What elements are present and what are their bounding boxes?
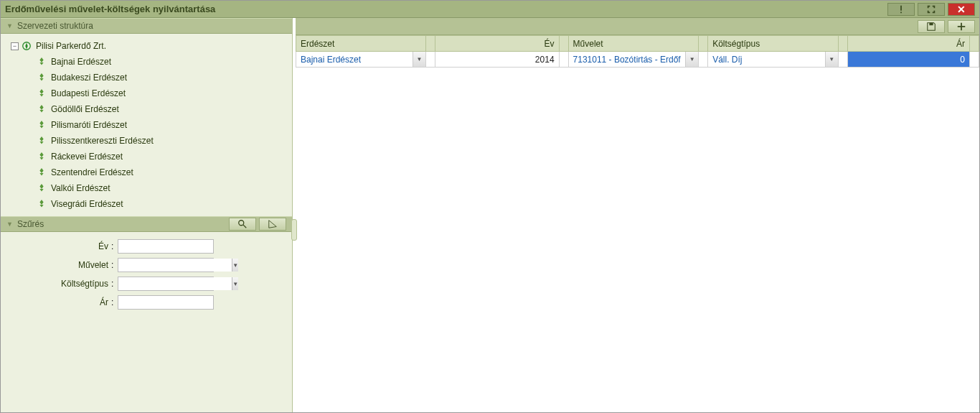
svg-rect-0	[900, 5, 902, 10]
filter-koltseg-label: Költségtípus	[11, 279, 111, 289]
tree-item[interactable]: Visegrádi Erdészet	[4, 196, 289, 212]
tree-item[interactable]: Pilisszentkereszti Erdészet	[4, 133, 289, 149]
tree-root-label: Pilisi Parkerdő Zrt.	[36, 41, 106, 51]
filter-header-label: Szűrés	[17, 219, 44, 229]
svg-rect-1	[900, 11, 902, 13]
svg-rect-5	[929, 22, 933, 25]
tree-root[interactable]: − Pilisi Parkerdő Zrt.	[4, 38, 289, 54]
tree-item-label: Gödöllői Erdészet	[51, 104, 119, 114]
svg-point-3	[239, 221, 244, 226]
cell-ar[interactable]	[848, 52, 969, 67]
grid-toolbar	[296, 18, 979, 35]
splitter-handle[interactable]	[291, 219, 297, 241]
cell-ev[interactable]	[435, 52, 559, 67]
filter-ar-label: Ár	[11, 297, 111, 307]
tree-item[interactable]: Bajnai Erdészet	[4, 54, 289, 70]
leaf-icon	[37, 88, 47, 98]
left-panel: ▼ Szervezeti struktúra − Pilisi Parkerdő…	[1, 18, 293, 412]
titlebar: Erdőművelési művelet-költségek nyilvánta…	[1, 1, 979, 18]
tree-item-label: Budapesti Erdészet	[51, 88, 126, 98]
tree-item[interactable]: Szentendrei Erdészet	[4, 164, 289, 180]
tree-item-label: Budakeszi Erdészet	[51, 73, 127, 83]
col-muvelet[interactable]: Művelet	[568, 36, 699, 52]
dirty-marker	[559, 52, 568, 68]
tree-collapse-icon[interactable]: −	[11, 42, 19, 50]
leaf-icon	[37, 104, 47, 114]
col-ev[interactable]: Év	[435, 36, 560, 52]
tree-item-label: Bajnai Erdészet	[51, 57, 111, 67]
chevron-down-icon: ▼	[6, 22, 13, 29]
filter-koltseg-select[interactable]: ▼	[118, 277, 214, 291]
save-button[interactable]	[918, 20, 945, 33]
col-erdeszet[interactable]: Erdészet	[296, 36, 426, 52]
tree-item[interactable]: Budakeszi Erdészet	[4, 70, 289, 85]
svg-rect-7	[958, 26, 966, 27]
dirty-marker	[970, 52, 979, 68]
tree-item[interactable]: Ráckevei Erdészet	[4, 149, 289, 164]
filter-form: Év: Művelet: ▼ Költségtípus: ▼ Ár:	[1, 232, 292, 412]
clear-filter-button[interactable]	[259, 218, 286, 231]
filter-muvelet-select[interactable]: ▼	[118, 258, 214, 272]
tree-item-label: Szentendrei Erdészet	[51, 167, 133, 177]
svg-line-4	[243, 225, 246, 228]
tree-item[interactable]: Budapesti Erdészet	[4, 85, 289, 101]
leaf-icon	[37, 199, 47, 209]
structure-panel-header[interactable]: ▼ Szervezeti struktúra	[1, 18, 292, 34]
tree-item[interactable]: Pilismaróti Erdészet	[4, 117, 289, 133]
leaf-icon	[37, 152, 47, 162]
window-title: Erdőművelési művelet-költségek nyilvánta…	[5, 4, 885, 14]
leaf-icon	[37, 167, 47, 177]
maximize-button[interactable]	[918, 3, 945, 16]
cell-koltseg[interactable]	[708, 52, 825, 67]
dirty-marker	[838, 52, 847, 68]
chevron-down-icon: ▼	[6, 221, 13, 228]
chevron-down-icon[interactable]: ▼	[232, 259, 238, 272]
right-panel: Erdészet Év Művelet Költségtípus Ár ▼ ▼	[293, 18, 979, 412]
alert-button[interactable]	[887, 3, 915, 16]
leaf-icon	[37, 57, 47, 67]
add-row-button[interactable]	[948, 20, 975, 33]
leaf-icon	[37, 136, 47, 146]
tree-item[interactable]: Gödöllői Erdészet	[4, 101, 289, 117]
col-ar[interactable]: Ár	[847, 36, 969, 52]
tree-item[interactable]: Valkói Erdészet	[4, 180, 289, 196]
tree-item-label: Ráckevei Erdészet	[51, 152, 123, 162]
chevron-down-icon[interactable]: ▼	[825, 52, 838, 67]
filter-ar-input[interactable]	[118, 295, 214, 310]
filter-muvelet-label: Művelet	[11, 260, 111, 270]
tree-item-label: Pilismaróti Erdészet	[51, 120, 127, 130]
filter-panel-header[interactable]: ▼ Szűrés	[1, 216, 292, 232]
leaf-icon	[37, 183, 47, 193]
col-koltseg[interactable]: Költségtípus	[708, 36, 839, 52]
tree-item-label: Pilisszentkereszti Erdészet	[51, 136, 154, 146]
filter-ev-label: Év	[11, 241, 111, 251]
search-button[interactable]	[229, 218, 256, 231]
tree-item-label: Visegrádi Erdészet	[51, 199, 123, 209]
data-grid: Erdészet Év Művelet Költségtípus Ár ▼ ▼	[296, 35, 979, 68]
org-icon	[22, 41, 32, 51]
leaf-icon	[37, 73, 47, 83]
dirty-marker	[699, 52, 708, 68]
table-row[interactable]: ▼ ▼ ▼	[296, 52, 979, 68]
cell-erdeszet[interactable]	[296, 52, 413, 67]
chevron-down-icon[interactable]: ▼	[413, 52, 425, 67]
tree-item-label: Valkói Erdészet	[51, 183, 110, 193]
filter-ev-input[interactable]	[118, 239, 214, 254]
structure-header-label: Szervezeti struktúra	[17, 21, 93, 31]
chevron-down-icon[interactable]: ▼	[232, 277, 238, 290]
org-tree: − Pilisi Parkerdő Zrt. Bajnai Erdészet B…	[1, 34, 292, 216]
close-button[interactable]: ✕	[948, 3, 975, 16]
leaf-icon	[37, 120, 47, 130]
cell-muvelet[interactable]	[569, 52, 686, 67]
chevron-down-icon[interactable]: ▼	[685, 52, 698, 67]
dirty-marker	[426, 52, 435, 68]
